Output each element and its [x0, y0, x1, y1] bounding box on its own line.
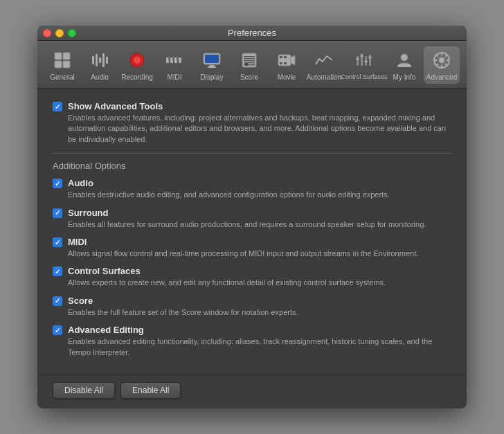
control-surfaces-checkbox[interactable]: [53, 266, 62, 276]
midi-icon: [163, 49, 186, 71]
svg-point-38: [361, 55, 363, 57]
toolbar-item-control-surfaces[interactable]: Control Surfaces: [343, 46, 385, 84]
audio-icon: [89, 49, 111, 71]
toolbar-item-audio[interactable]: Audio: [82, 46, 118, 84]
svg-rect-8: [106, 57, 108, 64]
option-row-surround: Surround Enables all features for surrou…: [53, 208, 451, 230]
window-title: Preferences: [228, 28, 276, 38]
content-area: Show Advanced Tools Enables advanced fea…: [37, 89, 467, 374]
show-advanced-tools-text: Show Advanced Tools Enables advanced fea…: [68, 101, 451, 145]
movie-icon: [276, 49, 298, 71]
toolbar-item-movie[interactable]: Movie: [269, 46, 305, 84]
option-row-audio: Audio Enables destructive audio editing,…: [53, 178, 451, 200]
show-advanced-tools-desc: Enables advanced features, including: pr…: [68, 113, 451, 145]
show-advanced-tools-row: Show Advanced Tools Enables advanced fea…: [53, 101, 451, 145]
svg-rect-2: [55, 61, 62, 68]
svg-rect-31: [280, 56, 282, 58]
automation-label: Automation: [307, 73, 342, 81]
movie-label: Movie: [278, 73, 296, 81]
display-icon: [201, 49, 223, 71]
toolbar-item-my-info[interactable]: My Info: [386, 46, 422, 84]
svg-rect-25: [244, 60, 255, 62]
traffic-lights: [43, 29, 76, 37]
svg-rect-17: [177, 56, 179, 60]
svg-rect-21: [208, 66, 216, 68]
toolbar: General Audio Rec: [37, 41, 467, 89]
disable-all-button[interactable]: Disable All: [53, 382, 115, 399]
svg-point-10: [134, 57, 141, 64]
svg-rect-4: [92, 56, 94, 64]
toolbar-item-advanced[interactable]: Advanced: [424, 46, 460, 84]
score-option-desc: Enables the full feature set of the Scor…: [68, 307, 451, 318]
svg-rect-0: [55, 53, 62, 60]
svg-line-50: [436, 55, 438, 57]
preferences-window: Preferences General: [37, 26, 467, 408]
recording-label: Recording: [121, 73, 153, 81]
audio-option-text: Audio Enables destructive audio editing,…: [68, 178, 451, 200]
svg-rect-15: [168, 56, 170, 60]
advanced-label: Advanced: [426, 73, 457, 81]
toolbar-item-midi[interactable]: MIDI: [156, 46, 192, 84]
svg-rect-7: [102, 53, 105, 67]
toolbar-item-automation[interactable]: Automation: [306, 46, 342, 84]
midi-checkbox[interactable]: [53, 237, 62, 247]
svg-rect-23: [244, 56, 255, 57]
svg-rect-26: [244, 62, 255, 64]
midi-option-title: MIDI: [68, 237, 451, 247]
control-surfaces-label: Control Surfaces: [341, 73, 387, 81]
recording-icon: [126, 49, 148, 71]
general-label: General: [50, 73, 75, 81]
score-option-text: Score Enables the full feature set of th…: [68, 296, 451, 318]
midi-label: MIDI: [167, 73, 181, 81]
score-option-title: Score: [68, 296, 451, 306]
svg-point-42: [369, 56, 372, 59]
svg-rect-6: [99, 57, 101, 63]
svg-rect-14: [179, 57, 181, 63]
surround-checkbox[interactable]: [53, 208, 62, 218]
score-label: Score: [240, 73, 258, 81]
option-row-advanced-editing: Advanced Editing Enables advanced editin…: [53, 325, 451, 358]
midi-option-text: MIDI Allows signal flow control and real…: [68, 237, 451, 259]
svg-rect-24: [244, 58, 255, 60]
control-surfaces-icon: [353, 49, 375, 71]
bottom-bar: Disable All Enable All: [37, 374, 467, 408]
surround-option-text: Surround Enables all features for surrou…: [68, 208, 451, 230]
show-advanced-tools-checkbox[interactable]: [53, 102, 62, 111]
toolbar-item-general[interactable]: General: [44, 46, 80, 84]
advanced-editing-checkbox[interactable]: [53, 325, 62, 335]
svg-point-28: [245, 63, 248, 66]
svg-point-36: [357, 57, 359, 60]
svg-rect-5: [96, 54, 98, 66]
toolbar-item-recording[interactable]: Recording: [119, 46, 155, 84]
my-info-label: My Info: [393, 73, 416, 81]
svg-line-53: [436, 64, 438, 66]
titlebar: Preferences: [37, 26, 467, 41]
svg-rect-32: [284, 56, 287, 58]
close-button[interactable]: [43, 29, 51, 37]
toolbar-item-display[interactable]: Display: [194, 46, 230, 84]
score-checkbox[interactable]: [53, 296, 62, 306]
svg-rect-34: [284, 62, 287, 64]
control-surfaces-option-desc: Allows experts to create new, and edit a…: [68, 278, 451, 288]
audio-option-title: Audio: [68, 178, 451, 188]
svg-rect-3: [63, 61, 70, 68]
option-row-control-surfaces: Control Surfaces Allows experts to creat…: [53, 266, 451, 288]
general-icon: [51, 49, 73, 71]
svg-rect-16: [172, 56, 174, 60]
audio-label: Audio: [91, 73, 109, 81]
enable-all-button[interactable]: Enable All: [120, 382, 181, 399]
svg-point-43: [401, 54, 408, 61]
svg-point-40: [365, 60, 368, 63]
advanced-editing-option-title: Advanced Editing: [68, 325, 451, 335]
svg-rect-33: [280, 62, 282, 64]
section-divider: [53, 153, 451, 154]
maximize-button[interactable]: [68, 29, 76, 37]
additional-options-label: Additional Options: [53, 161, 451, 171]
my-info-icon: [393, 49, 415, 71]
svg-line-51: [445, 64, 447, 66]
toolbar-item-score[interactable]: Score: [231, 46, 267, 84]
advanced-editing-option-desc: Enables advanced editing functionality, …: [68, 336, 451, 358]
minimize-button[interactable]: [55, 29, 64, 37]
audio-checkbox[interactable]: [53, 179, 62, 188]
advanced-icon: [431, 49, 453, 71]
